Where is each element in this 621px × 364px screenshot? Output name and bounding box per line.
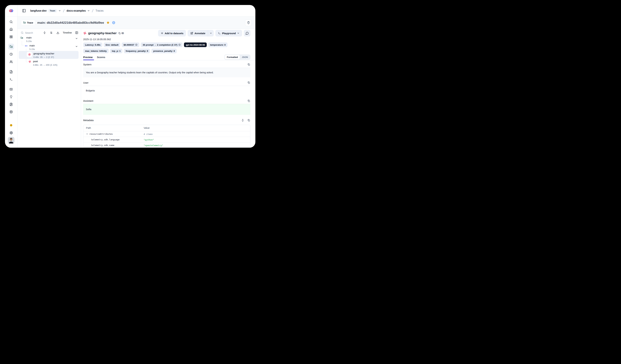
generation-icon	[28, 53, 31, 56]
collapse-all-button[interactable]	[42, 31, 47, 35]
add-to-datasets-button[interactable]: Add to datasets	[158, 30, 186, 36]
copy-id-button[interactable]: ID	[118, 32, 124, 34]
trace-header-bar: Trace main: db22d0a442216b485abd83cc9df6…	[17, 17, 255, 29]
terminal-icon	[9, 78, 13, 81]
observation-timestamp: 2025-11-13 16:05:05.562	[83, 38, 250, 41]
tab-scores[interactable]: Scores	[97, 54, 110, 60]
chevron-down-icon[interactable]	[75, 45, 78, 48]
terminal-icon	[218, 32, 221, 34]
detail-tabs: Preview Scores Formatted JSON	[81, 54, 255, 60]
copy-button[interactable]	[247, 119, 250, 122]
home-icon	[9, 28, 13, 31]
expand-all-button[interactable]	[241, 119, 244, 122]
sidebar-item-annotation[interactable]	[8, 101, 14, 107]
copy-button[interactable]	[247, 81, 250, 84]
trace-type-label: Trace	[27, 21, 33, 24]
bookmark-star-icon[interactable]	[106, 21, 110, 24]
sidebar-item-tracing[interactable]	[8, 44, 14, 50]
breadcrumb-section[interactable]: Traces	[95, 9, 104, 12]
temperature-badge: temperature: 0	[208, 42, 227, 47]
sidebar-item-settings[interactable]	[8, 130, 14, 136]
metadata-value: 4 items	[144, 133, 153, 135]
metadata-row[interactable]: telemetry.sdk.name "opentelemetry"	[83, 142, 250, 148]
user-avatar[interactable]	[8, 137, 15, 144]
env-badge: Env: default	[104, 42, 120, 47]
metadata-row[interactable]: telemetry.sdk.language "python"	[83, 137, 250, 142]
tree-node-duration: 5.15s	[26, 40, 32, 42]
tree-node-label[interactable]: main	[29, 44, 35, 47]
tree-connector	[22, 45, 24, 45]
sidebar-item-sessions[interactable]	[8, 51, 14, 57]
tree-node-label[interactable]: poet	[33, 60, 38, 63]
sidebar-item-evaluation[interactable]	[8, 86, 14, 92]
message-role: User	[83, 81, 88, 84]
badge-row-2: max_tokens: Infinity top_p: 1 frequency_…	[83, 49, 250, 53]
tree-node-label[interactable]: geography-teacher	[33, 52, 54, 55]
cost-badge[interactable]: $0.000037	[122, 42, 139, 47]
chevron-down-icon[interactable]	[58, 9, 61, 12]
chevron-down-icon[interactable]	[86, 133, 88, 135]
metadata-row[interactable]: resourceAttributes 4 items	[83, 131, 250, 137]
chevron-down-icon[interactable]	[87, 9, 90, 12]
chevron-down-icon[interactable]	[75, 37, 78, 40]
collapse-panel-button[interactable]	[75, 31, 79, 35]
panel-left-icon	[22, 9, 26, 13]
copy-button[interactable]	[247, 63, 250, 66]
trace-title: main: db22d0a442216b485abd83cc9df6d9ee	[37, 21, 104, 25]
app-window: langfuse-dev Team docs-examples Traces	[5, 5, 255, 148]
message-content-system: You are a Geography teacher helping stud…	[83, 68, 250, 77]
copy-button[interactable]	[247, 99, 250, 102]
sidebar-item-users[interactable]	[8, 59, 14, 65]
annotate-label: Annotate	[194, 32, 205, 35]
sidebar-item-search[interactable]	[8, 19, 14, 25]
trace-type-badge[interactable]: Trace	[21, 20, 35, 25]
sidebar-item-prompts[interactable]	[8, 69, 14, 75]
sidebar-toggle-button[interactable]	[21, 8, 27, 13]
breadcrumb-separator	[63, 9, 65, 13]
sidebar-item-home[interactable]	[8, 26, 14, 32]
metadata-key: telemetry.sdk.language	[91, 138, 120, 141]
presence-penalty-badge: presence_penalty: 0	[152, 49, 177, 53]
file-code-icon	[9, 70, 13, 73]
metadata-header: Metadata	[83, 117, 250, 123]
generation-icon	[83, 32, 86, 35]
globe-public-icon[interactable]	[112, 21, 115, 24]
tree-node-label[interactable]: main	[26, 36, 32, 39]
format-toggle-json[interactable]: JSON	[240, 55, 250, 59]
annotate-menu-button[interactable]	[208, 30, 214, 36]
metadata-title: Metadata	[83, 119, 94, 122]
annotate-button[interactable]: Annotate	[188, 30, 208, 36]
tree-search[interactable]	[21, 31, 40, 34]
sidebar-item-insights[interactable]	[8, 94, 14, 100]
breadcrumb-organization[interactable]: docs-examples	[67, 9, 86, 12]
format-toggle-formatted[interactable]: Formatted	[225, 55, 240, 59]
latency-badge: Latency: 0.49s	[83, 42, 102, 47]
breadcrumb-separator	[91, 9, 94, 13]
comment-bubble-icon	[246, 32, 249, 35]
top-p-badge: top_p: 1	[110, 49, 122, 53]
timeline-toggle[interactable]: Timeline	[62, 31, 72, 34]
model-badge[interactable]: gpt-4o-2024-08-06	[184, 42, 207, 47]
tree-settings-button[interactable]	[49, 31, 53, 35]
breadcrumb-project[interactable]: langfuse-dev	[30, 9, 47, 12]
tree-search-input[interactable]	[25, 31, 40, 34]
comments-button[interactable]	[244, 30, 250, 36]
annotate-split-button: Annotate	[188, 30, 214, 36]
tokens-badge[interactable]: 35 prompt → 2 completion (Σ 37)	[141, 42, 183, 47]
tab-preview[interactable]: Preview	[83, 54, 97, 60]
tree-connector	[22, 41, 22, 45]
copy-icon	[247, 63, 250, 66]
max-tokens-badge: max_tokens: Infinity	[83, 49, 109, 53]
trace-tree-icon	[20, 36, 23, 39]
org-logo[interactable]	[5, 5, 17, 17]
top-bar: langfuse-dev Team docs-examples Traces	[5, 5, 255, 17]
info-icon	[135, 44, 138, 46]
sidebar-item-datasets[interactable]	[8, 109, 14, 115]
sidebar-item-playground[interactable]	[8, 76, 14, 82]
download-button[interactable]	[56, 31, 60, 35]
gear-icon	[9, 131, 13, 134]
delete-trace-button[interactable]	[245, 19, 252, 26]
copy-icon	[247, 99, 250, 102]
sidebar-item-dashboards[interactable]	[8, 34, 14, 40]
playground-button[interactable]: Playground	[215, 30, 242, 36]
